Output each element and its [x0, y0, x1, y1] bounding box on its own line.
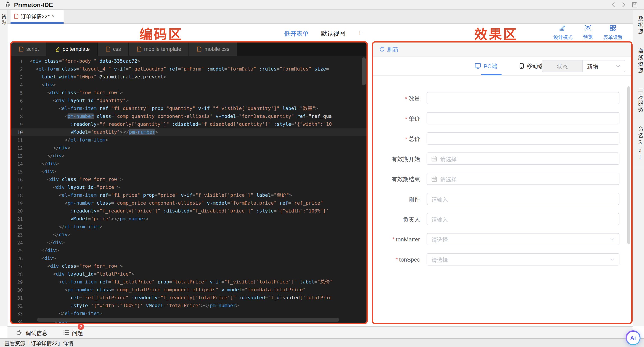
field-select[interactable]: 请选择	[426, 233, 620, 245]
sidebar-item[interactable]: 离线资源	[633, 42, 644, 81]
chevron-down-icon	[616, 65, 620, 67]
nav-forward-icon[interactable]	[622, 2, 626, 7]
code-line[interactable]: 12 </div>	[12, 144, 366, 152]
code-line[interactable]: 25 </div>	[12, 247, 366, 255]
line-number: 2	[12, 65, 30, 73]
line-number: 18	[12, 191, 30, 199]
code-line[interactable]: 8 <pm-number class="comp_quantity compon…	[12, 113, 366, 120]
ai-assistant-button[interactable]: Ai	[626, 330, 640, 345]
code-line[interactable]: 13 </div>	[12, 152, 366, 160]
form-field-row: 有效期开始请选择	[373, 152, 631, 165]
code-line[interactable]: 1<div class="form-body " data-335cac72>	[12, 57, 366, 65]
view-tabs: 低开表单 默认视图 +	[284, 29, 362, 38]
field-input[interactable]: 请输入	[426, 213, 620, 225]
code-line[interactable]: 29 <el-form-item ref="fi_totalPrice" pro…	[12, 278, 366, 286]
tab-default-view[interactable]: 默认视图	[321, 29, 346, 38]
field-date[interactable]: 请选择	[426, 173, 620, 185]
line-content: </el-form-item>	[30, 310, 102, 318]
chevron-down-icon	[610, 238, 615, 241]
field-date[interactable]: 请选择	[426, 152, 620, 165]
file-icon	[106, 46, 110, 52]
code-line[interactable]: 4 <div>	[12, 81, 366, 89]
code-line[interactable]: 10 vModel='quantity'></pm-number>	[12, 128, 366, 136]
tool-preview[interactable]: 预览	[583, 25, 593, 40]
code-line[interactable]: 26 <div>	[12, 255, 366, 263]
editor-tab-mobile-css[interactable]: mobile css	[190, 42, 237, 56]
editor-tab-css[interactable]: css	[98, 42, 128, 56]
sidebar-item-resources[interactable]: 资源	[0, 14, 7, 25]
field-input[interactable]	[426, 132, 620, 145]
editor-tab-mobile-template[interactable]: mobile template	[129, 42, 188, 56]
line-number: 15	[12, 168, 30, 176]
code-line[interactable]: 5 <div class="row form_row">	[12, 89, 366, 97]
code-line[interactable]: 22 </el-form-item>	[12, 223, 366, 231]
preview-vertical-scrollbar[interactable]	[627, 86, 630, 244]
sidebar-item[interactable]: 命名Sql	[633, 120, 644, 168]
code-line[interactable]: 23 </div>	[12, 231, 366, 239]
code-line[interactable]: 32 :style='{"width":"100%"}' vModel='tot…	[12, 302, 366, 310]
code-line[interactable]: 16 <div class="row form_row">	[12, 176, 366, 184]
close-icon[interactable]: ×	[52, 13, 55, 19]
tool-design-mode[interactable]: 设计模式	[553, 25, 572, 40]
code-line[interactable]: 18 <el-form-item ref="fi_price" prop="pr…	[12, 191, 366, 199]
code-line[interactable]: 21 vModel='price'></pm-number>	[12, 215, 366, 223]
code-line[interactable]: 27 <div class="row form_row">	[12, 263, 366, 270]
tool-form-settings[interactable]: 表单设置	[603, 25, 622, 40]
editor-vertical-scrollbar[interactable]	[362, 57, 366, 85]
line-content: </el-form-item>	[30, 223, 102, 231]
code-line[interactable]: 28 <div layout_id="totalPrice">	[12, 270, 366, 278]
editor-tab-pc-template[interactable]: pc template	[47, 42, 97, 56]
document-tab-title: 订单详情22*	[20, 12, 50, 20]
list-icon	[63, 330, 69, 335]
field-label: 有效期开始	[373, 154, 420, 163]
code-line[interactable]: 9 :readonly="f_readonly['quantity']" :di…	[12, 120, 366, 128]
line-content: <div>	[30, 255, 56, 263]
code-line[interactable]: 2 <el-form class="layout_4 " v-if="!getL…	[12, 65, 366, 73]
bug-icon	[16, 330, 23, 336]
nav-back-icon[interactable]	[612, 2, 616, 7]
calendar-icon	[432, 176, 437, 182]
code-area[interactable]: 1<div class="form-body " data-335cac72>2…	[12, 56, 366, 324]
refresh-button[interactable]: 刷新	[379, 45, 398, 53]
line-number: 12	[12, 144, 30, 152]
sidebar-item[interactable]: 三方服务	[633, 81, 644, 120]
horizontal-scrollbar[interactable]	[37, 318, 339, 322]
add-view-button[interactable]: +	[358, 29, 362, 38]
tab-pc[interactable]: PC端	[475, 62, 497, 70]
field-input[interactable]	[426, 112, 620, 124]
device-tab-bar: PC端 移动端 状态 新增	[373, 56, 631, 76]
code-line[interactable]: 6 <div layout_id="quantity">	[12, 97, 366, 105]
status-select-value[interactable]: 新增	[582, 60, 625, 72]
form-settings-icon	[610, 25, 616, 32]
tab-lowcode-form[interactable]: 低开表单	[284, 29, 309, 38]
code-line[interactable]: 24 </div>	[12, 239, 366, 247]
document-tab[interactable]: 订单详情22* ×	[10, 10, 64, 22]
sidebar-item[interactable]: 数据源	[633, 10, 644, 42]
code-line[interactable]: 17 <div layout_id="price">	[12, 184, 366, 191]
code-line[interactable]: 33 </el-form-item>	[12, 310, 366, 318]
app-title: Primeton-IDE	[14, 1, 53, 8]
active-tab-underline	[10, 22, 64, 24]
code-line[interactable]: 14 </div>	[12, 160, 366, 168]
code-line[interactable]: 3 label-width="100px" @submit.native.pre…	[12, 73, 366, 81]
save-icon[interactable]	[632, 2, 638, 8]
code-line[interactable]: 31 ref="ref_totalPrice" :readonly="f_rea…	[12, 294, 366, 302]
debug-info-button[interactable]: 调试信息	[16, 328, 47, 337]
code-line[interactable]: 30 <pm-number class="comp_totalPrice com…	[12, 286, 366, 294]
code-line[interactable]: 11 </el-form-item>	[12, 136, 366, 144]
code-line[interactable]: 7 <el-form-item ref="fi_quantity" prop="…	[12, 105, 366, 113]
line-content: </el-form-item>	[30, 136, 108, 144]
tab-mobile[interactable]: 移动端	[520, 62, 544, 70]
line-number: 1	[12, 57, 30, 65]
field-input[interactable]	[426, 92, 620, 104]
code-line[interactable]: 20 :readonly="f_readonly['price']" :disa…	[12, 207, 366, 215]
field-input[interactable]: 请输入	[426, 193, 620, 205]
preview-toolbar: 刷新	[373, 42, 631, 56]
editor-tab-script[interactable]: script	[12, 42, 46, 56]
required-asterisk: *	[405, 136, 407, 142]
form-field-row: 附件请输入	[373, 193, 631, 205]
code-line[interactable]: 19 <pm-number class="comp_price componen…	[12, 199, 366, 207]
code-line[interactable]: 15 <div>	[12, 168, 366, 176]
field-select[interactable]: 请选择	[426, 253, 620, 266]
line-content: <el-form-item ref="fi_price" prop="price…	[30, 191, 292, 199]
